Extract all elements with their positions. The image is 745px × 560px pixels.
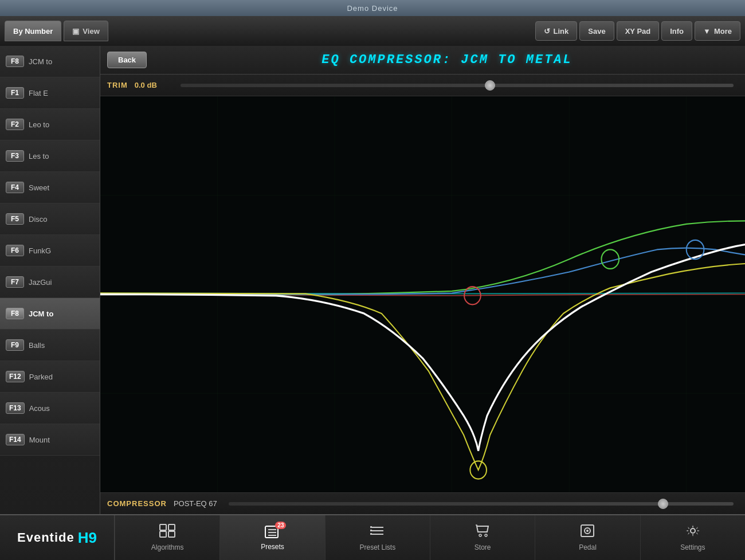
- bottom-tabs: Algorithms 23 Presets Preset Lists: [115, 515, 745, 560]
- svg-rect-21: [370, 533, 372, 535]
- preset-name-4: Sweet: [29, 183, 49, 192]
- trim-slider[interactable]: [181, 84, 734, 87]
- link-icon: ↺: [544, 27, 550, 36]
- bottom-tab-algorithms[interactable]: Algorithms: [115, 515, 219, 560]
- preset-lists-icon: [370, 524, 386, 541]
- compressor-slider-thumb[interactable]: [658, 499, 668, 509]
- back-button[interactable]: Back: [107, 52, 147, 68]
- info-button[interactable]: Info: [661, 21, 692, 41]
- algorithms-icon: [159, 524, 175, 541]
- preset-name-2: Leo to: [29, 120, 49, 129]
- right-panel: Back EQ COMPRESSOR: JCM TO METAL TRIM 0.…: [100, 46, 745, 514]
- preset-name-8: JCM to: [29, 310, 53, 318]
- bottom-tab-pedal[interactable]: Pedal: [535, 515, 640, 560]
- preset-key-9: F9: [6, 339, 24, 351]
- tab-label-algorithms: Algorithms: [151, 543, 184, 551]
- svg-point-26: [586, 530, 589, 532]
- svg-rect-19: [370, 526, 372, 528]
- preset-key-0: F8: [6, 56, 24, 67]
- preset-name-3: Les to: [29, 152, 49, 160]
- preset-item-11[interactable]: F13 Acous: [0, 393, 100, 424]
- window-title: Demo Device: [347, 4, 398, 13]
- main-content: F8 JCM to F1 Flat E F2 Leo to F3 Les to …: [0, 46, 745, 514]
- store-icon: [475, 524, 491, 541]
- preset-name-1: Flat E: [29, 89, 48, 97]
- trim-bar: TRIM 0.0 dB: [100, 75, 745, 96]
- preset-item-7[interactable]: F7 JazGui: [0, 267, 100, 298]
- link-label: Link: [554, 27, 569, 36]
- svg-point-27: [691, 528, 695, 533]
- preset-item-12[interactable]: F14 Mount: [0, 424, 100, 456]
- eq-graph[interactable]: [100, 96, 745, 492]
- preset-item-0[interactable]: F8 JCM to: [0, 46, 100, 77]
- preset-item-4[interactable]: F4 Sweet: [0, 172, 100, 203]
- preset-item-8[interactable]: F8 JCM to: [0, 298, 100, 330]
- nav-tab-view[interactable]: ▣ View: [64, 21, 108, 41]
- top-controls: Back EQ COMPRESSOR: JCM TO METAL: [100, 46, 745, 75]
- preset-key-7: F7: [6, 276, 24, 288]
- bottom-tab-store[interactable]: Store: [430, 515, 535, 560]
- compressor-value: POST-EQ 67: [174, 499, 217, 508]
- brand-model: H9: [78, 529, 97, 547]
- preset-key-8: F8: [6, 308, 24, 319]
- svg-rect-9: [168, 524, 175, 530]
- preset-name-12: Mount: [29, 436, 50, 444]
- presets-badge: 23: [275, 522, 286, 529]
- preset-key-6: F6: [6, 245, 24, 256]
- preset-item-3[interactable]: F3 Les to: [0, 140, 100, 172]
- preset-key-1: F1: [6, 87, 24, 99]
- link-button[interactable]: ↺ Link: [535, 21, 578, 41]
- bottom-bar: Eventide H9 Algorithms 23 Presets: [0, 514, 745, 560]
- tab-label-pedal: Pedal: [579, 543, 597, 551]
- preset-item-2[interactable]: F2 Leo to: [0, 109, 100, 140]
- svg-rect-11: [168, 531, 175, 537]
- preset-key-3: F3: [6, 150, 24, 162]
- xy-pad-button[interactable]: XY Pad: [617, 21, 660, 41]
- more-button[interactable]: ▼ More: [695, 21, 740, 41]
- effect-title: EQ COMPRESSOR: JCM TO METAL: [156, 53, 738, 67]
- sidebar: F8 JCM to F1 Flat E F2 Leo to F3 Les to …: [0, 46, 100, 514]
- info-label: Info: [670, 27, 684, 36]
- preset-name-7: JazGui: [29, 278, 52, 287]
- tab-label-preset_lists: Preset Lists: [359, 543, 395, 551]
- svg-rect-8: [160, 524, 166, 530]
- preset-item-1[interactable]: F1 Flat E: [0, 77, 100, 109]
- preset-item-10[interactable]: F12 Parked: [0, 361, 100, 393]
- svg-rect-20: [370, 530, 372, 531]
- bottom-tab-settings[interactable]: Settings: [640, 515, 745, 560]
- tab-label-presets: Presets: [261, 543, 284, 551]
- tab-label-store: Store: [475, 543, 491, 551]
- eq-svg: [100, 96, 745, 492]
- view-icon: ▣: [72, 27, 79, 36]
- bottom-tab-preset_lists[interactable]: Preset Lists: [325, 515, 430, 560]
- presets-icon: 23: [264, 525, 280, 541]
- settings-icon: [685, 524, 701, 541]
- trim-slider-thumb[interactable]: [485, 80, 495, 91]
- compressor-slider[interactable]: [229, 502, 734, 506]
- preset-name-9: Balls: [29, 341, 45, 350]
- svg-rect-10: [160, 531, 166, 537]
- trim-value: 0.0 dB: [135, 81, 169, 89]
- preset-item-6[interactable]: F6 FunkG: [0, 235, 100, 267]
- tab-label-settings: Settings: [680, 543, 705, 551]
- save-button[interactable]: Save: [579, 21, 614, 41]
- nav-tab-view-label: View: [83, 27, 99, 36]
- nav-tab-by-number[interactable]: By Number: [5, 21, 61, 41]
- compressor-bar: COMPRESSOR POST-EQ 67: [100, 492, 745, 514]
- preset-name-6: FunkG: [29, 246, 51, 255]
- nav-tab-by-number-label: By Number: [13, 27, 53, 36]
- nav-bar: By Number ▣ View ↺ Link Save XY Pad Info…: [0, 16, 745, 46]
- preset-item-9[interactable]: F9 Balls: [0, 330, 100, 361]
- preset-key-10: F12: [6, 371, 25, 382]
- dropdown-icon: ▼: [703, 27, 711, 36]
- preset-item-5[interactable]: F5 Disco: [0, 203, 100, 235]
- preset-name-0: JCM to: [29, 57, 52, 66]
- save-label: Save: [588, 27, 605, 36]
- brand-name: Eventide: [17, 530, 74, 545]
- preset-name-11: Acous: [29, 404, 50, 413]
- more-label: More: [714, 27, 732, 36]
- brand-area: Eventide H9: [0, 515, 115, 560]
- svg-point-22: [479, 534, 481, 536]
- preset-key-12: F14: [6, 434, 25, 445]
- bottom-tab-presets[interactable]: 23 Presets: [219, 515, 324, 560]
